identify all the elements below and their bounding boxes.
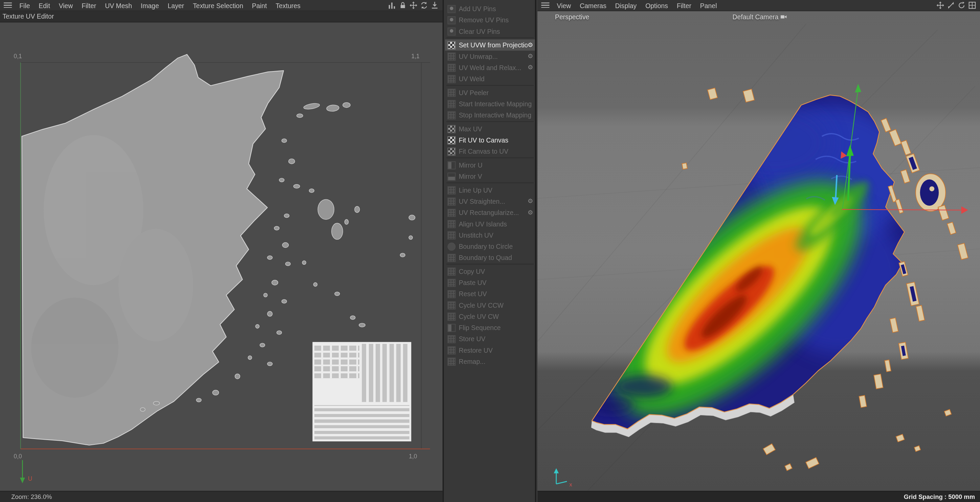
thumbnail-horizontal-strips [314,405,409,440]
menu-view[interactable]: View [54,0,78,11]
menu-edit[interactable]: Edit [34,0,54,11]
uv-corner-top-left: 0,1 [14,53,22,60]
command-uv-rectangularize[interactable]: UV Rectangularize...⚙ [445,207,535,218]
thumbnail-vertical-strips [362,344,409,402]
texture-preview-thumbnail[interactable] [312,342,411,441]
menu-paint[interactable]: Paint [248,0,271,11]
command-flip-sequence[interactable]: Flip Sequence [445,322,535,333]
histogram-icon[interactable] [388,2,396,10]
menu-view[interactable]: View [553,0,576,11]
fit-uv-to-canvas-icon [447,136,455,144]
zoom-status: Zoom: 236.0% [0,491,442,502]
command-set-uvw-from-projection[interactable]: Set UVW from Projection...⚙ [445,39,535,51]
command-label: Max UV [459,125,533,132]
align-uv-islands-icon [447,220,455,228]
gear-icon[interactable]: ⚙ [528,210,533,216]
camera-label[interactable]: Default Camera [733,13,787,21]
uv-unwrap-icon [447,52,455,60]
command-fit-canvas-to-uv[interactable]: Fit Canvas to UV [445,145,535,157]
hamburger-menu-icon[interactable] [541,2,549,8]
command-mirror-v[interactable]: Mirror V [445,171,535,182]
viewport-menubar-icons [936,2,976,10]
command-boundary-to-quad[interactable]: Boundary to Quad [445,252,535,263]
menu-textures[interactable]: Textures [271,0,305,11]
gear-icon[interactable]: ⚙ [528,198,533,204]
boundary-to-circle-icon [447,242,455,250]
command-reset-uv[interactable]: Reset UV [445,288,535,299]
command-stop-interactive-mapping[interactable]: Stop Interactive Mapping [445,109,535,121]
uv-weld-and-relax-icon [447,63,455,72]
pan-view-icon[interactable] [936,2,945,10]
command-unstitch-uv[interactable]: Unstitch UV [445,229,535,241]
command-uv-weld[interactable]: UV Weld [445,73,535,84]
command-restore-uv[interactable]: Restore UV [445,344,535,356]
command-cycle-uv-ccw[interactable]: Cycle UV CCW [445,300,535,311]
command-uv-straighten[interactable]: UV Straighten...⚙ [445,196,535,207]
command-clear-uv-pins[interactable]: Clear UV Pins [445,26,535,37]
command-label: Fit Canvas to UV [459,148,533,155]
command-uv-peeler[interactable]: UV Peeler [445,87,535,98]
sync-icon[interactable] [420,2,428,10]
copy-uv-icon [447,268,455,276]
uv-corner-bottom-right: 1,0 [409,453,417,460]
menu-display[interactable]: Display [611,0,641,11]
camera-label-text: Default Camera [733,13,779,21]
uv-rectangularize-icon [447,209,455,217]
mirror-v-icon [447,172,455,180]
menu-texture-selection[interactable]: Texture Selection [188,0,248,11]
command-label: Boundary to Quad [459,254,533,261]
command-uv-unwrap[interactable]: UV Unwrap...⚙ [445,51,535,62]
command-line-up-uv[interactable]: Line Up UV [445,185,535,196]
command-boundary-to-circle[interactable]: Boundary to Circle [445,241,535,252]
grid-spacing-label: Grid Spacing : 5000 mm [538,491,980,502]
command-label: UV Straighten... [459,198,528,205]
uv-axis-gizmo: U [20,460,32,483]
menu-panel[interactable]: Panel [696,0,721,11]
rotate-view-icon[interactable] [958,2,966,10]
move-icon[interactable] [409,2,418,10]
command-copy-uv[interactable]: Copy UV [445,266,535,277]
command-label: Start Interactive Mapping [459,100,533,108]
add-uv-pins-icon [447,5,455,13]
viewport-3d[interactable]: x Perspective Default Camera [538,11,980,491]
command-mirror-u[interactable]: Mirror U [445,159,535,171]
cycle-uv-cw-icon [447,312,455,320]
command-align-uv-islands[interactable]: Align UV Islands [445,218,535,229]
menu-filter[interactable]: Filter [77,0,100,11]
gear-icon[interactable]: ⚙ [528,64,533,70]
command-fit-uv-to-canvas[interactable]: Fit UV to Canvas [445,134,535,145]
menu-cameras[interactable]: Cameras [575,0,611,11]
gear-icon[interactable]: ⚙ [528,53,533,59]
view-mode-label: Perspective [555,13,589,21]
menu-layer[interactable]: Layer [164,0,188,11]
menu-filter[interactable]: Filter [672,0,696,11]
gear-icon[interactable]: ⚙ [528,42,533,48]
menu-options[interactable]: Options [641,0,672,11]
command-label: UV Weld and Relax... [459,64,528,71]
command-add-uv-pins[interactable]: Add UV Pins [445,3,535,14]
command-paste-uv[interactable]: Paste UV [445,277,535,288]
dolly-view-icon[interactable] [947,2,955,10]
command-store-uv[interactable]: Store UV [445,333,535,344]
uv-canvas[interactable]: 0,1 1,1 0,0 1,0 U [0,22,442,491]
uv-command-list: Add UV PinsRemove UV PinsClear UV PinsSe… [445,3,535,367]
lock-icon[interactable] [399,2,407,10]
command-remove-uv-pins[interactable]: Remove UV Pins [445,14,535,25]
menu-file[interactable]: File [15,0,34,11]
command-remap[interactable]: Remap... [445,356,535,367]
toggle-views-icon[interactable] [968,2,976,10]
menu-image[interactable]: Image [136,0,164,11]
command-label: Restore UV [459,346,533,354]
menu-uv-mesh[interactable]: UV Mesh [100,0,136,11]
command-cycle-uv-cw[interactable]: Cycle UV CW [445,311,535,322]
flip-sequence-icon [447,324,455,332]
command-uv-weld-and-relax[interactable]: UV Weld and Relax...⚙ [445,62,535,73]
x-axis-label: x [570,481,573,488]
uv-editor-menubar-icons [388,2,439,10]
texture-uv-editor-panel: FileEditViewFilterUV MeshImageLayerTextu… [0,0,444,502]
command-max-uv[interactable]: Max UV [445,123,535,134]
command-start-interactive-mapping[interactable]: Start Interactive Mapping [445,98,535,109]
hamburger-menu-icon[interactable] [4,2,12,8]
u-axis-label: U [28,475,32,482]
download-icon[interactable] [431,2,439,10]
